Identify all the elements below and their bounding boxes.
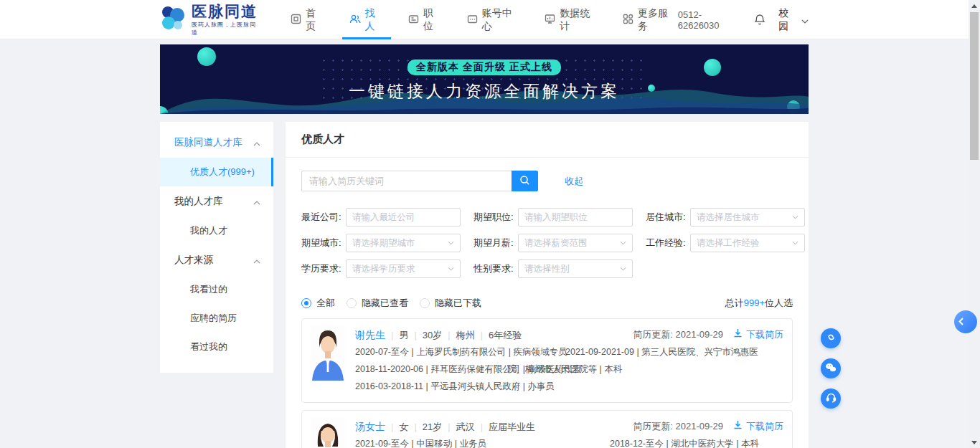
chevron-up-icon xyxy=(253,255,260,266)
radio-hide-viewed[interactable]: 隐藏已查看 xyxy=(347,297,408,310)
sidebar-group-label: 医脉同道人才库 xyxy=(174,136,242,149)
candidate-experience: 应届毕业生 xyxy=(475,421,535,432)
collapse-link[interactable]: 收起 xyxy=(565,175,583,188)
residence-city-select[interactable]: 请选择居住城市 xyxy=(690,208,805,227)
hero-banner: 全新版本 全面升级 正式上线 一键链接人力资源全面解决方案 xyxy=(160,44,809,114)
radio-label: 隐藏已下载 xyxy=(435,297,481,310)
nav-label: 数据统计 xyxy=(560,7,598,33)
filter-label: 期望职位: xyxy=(473,211,518,224)
logo[interactable]: 医脉同道 医药人脉圈，上医脉同道 xyxy=(160,4,260,37)
resume-update: 简历更新: 2021-09-29 xyxy=(633,418,723,435)
sidebar-item-label: 应聘的简历 xyxy=(190,313,237,323)
home-icon xyxy=(291,14,301,27)
banner-badge: 全新版本 全面升级 正式上线 xyxy=(407,59,561,75)
expected-city-select[interactable]: 请选择期望城市 xyxy=(346,234,461,252)
nav-label: 账号中心 xyxy=(482,7,521,33)
sidebar-group-label: 人才来源 xyxy=(174,254,213,267)
filter-label: 最近公司: xyxy=(301,211,346,224)
filter-expected-salary: 期望月薪: 请选择薪资范围 xyxy=(473,234,646,252)
filter-expected-position: 期望职位: xyxy=(473,208,646,227)
candidate-name[interactable]: 谢先生 xyxy=(355,329,385,340)
nav-item-more-services[interactable]: 更多服务 xyxy=(621,0,678,39)
page-scrollbar[interactable] xyxy=(969,0,980,448)
visibility-filter-row: 全部 隐藏已查看 隐藏已下载 总计999+位人选 xyxy=(301,297,793,310)
customer-service-button[interactable] xyxy=(821,389,841,409)
stats-icon xyxy=(545,14,555,27)
mini-program-button[interactable] xyxy=(821,328,841,348)
download-resume-button[interactable]: 下载简历 xyxy=(733,326,783,343)
chevron-down-icon xyxy=(448,267,454,271)
download-icon xyxy=(733,326,743,343)
sidebar-item-quality-talent[interactable]: 优质人才(999+) xyxy=(160,158,273,186)
radio-all[interactable]: 全部 xyxy=(301,297,335,310)
filter-recent-company: 最近公司: xyxy=(301,208,473,227)
nav-item-home[interactable]: 首页 xyxy=(289,0,326,39)
filter-label: 工作经验: xyxy=(646,237,690,249)
chevron-up-icon xyxy=(253,196,260,207)
campus-label: 校园 xyxy=(778,7,798,33)
bell-icon[interactable] xyxy=(754,14,765,26)
scrollbar-thumb[interactable] xyxy=(970,12,979,160)
scroll-down-button[interactable] xyxy=(969,437,980,448)
top-navbar: 医脉同道 医药人脉圈，上医脉同道 首页 找人 职位 账号中心 xyxy=(0,0,969,39)
work-experience-select[interactable]: 请选择工作经验 xyxy=(690,234,805,252)
banner-title: 一键链接人力资源全面解决方案 xyxy=(349,80,620,103)
filter-residence-city: 居住城市: 请选择居住城市 xyxy=(646,208,805,227)
sidebar-group-yimai-talent-pool[interactable]: 医脉同道人才库 xyxy=(160,128,273,158)
experience-line: 2018-11-2020-06 | 拜耳医药保健有限公司 | 高级医药代表 院、… xyxy=(355,361,783,378)
chevron-down-icon xyxy=(620,267,626,271)
candidate-city: 武汉 xyxy=(442,421,474,432)
experience-line: 2021-09-至今 | 中国移动 | 业务员 2018-12-至今 | 湖北中… xyxy=(355,435,783,448)
recent-company-input[interactable] xyxy=(352,212,454,222)
download-resume-button[interactable]: 下载简历 xyxy=(733,418,783,435)
nav-item-account-center[interactable]: 账号中心 xyxy=(466,0,522,39)
sidebar-item-viewed-me[interactable]: 看过我的 xyxy=(160,333,273,361)
search-icon xyxy=(519,175,530,188)
search-button[interactable] xyxy=(512,171,538,191)
find-people-icon xyxy=(349,14,361,27)
filter-expected-city: 期望城市: 请选择期望城市 xyxy=(301,234,473,252)
filter-label: 期望月薪: xyxy=(473,237,518,249)
sidebar-item-label: 我看过的 xyxy=(190,284,227,295)
radio-icon xyxy=(301,298,311,308)
page-title: 优质人才 xyxy=(286,122,809,157)
filter-label: 期望城市: xyxy=(301,237,346,249)
contact-phone: 0512-62626030 xyxy=(678,9,742,31)
female-avatar xyxy=(311,418,345,448)
radio-hide-downloaded[interactable]: 隐藏已下载 xyxy=(420,297,481,310)
sidebar: 医脉同道人才库 优质人才(999+) 我的人才库 我的人才 人才来源 我看过的 … xyxy=(160,122,273,373)
logo-tagline: 医药人脉圈，上医脉同道 xyxy=(192,21,260,37)
chevron-down-icon xyxy=(792,215,798,219)
filter-label: 性别要求: xyxy=(473,262,518,275)
sidebar-item-label: 我的人才 xyxy=(190,225,227,236)
expected-position-input[interactable] xyxy=(524,212,626,222)
education-select[interactable]: 请选择学历要求 xyxy=(346,259,461,278)
account-icon xyxy=(467,14,478,27)
campus-dropdown[interactable]: 校园 xyxy=(778,7,809,33)
sidebar-item-my-talent[interactable]: 我的人才 xyxy=(160,216,273,245)
sidebar-group-my-talent-pool[interactable]: 我的人才库 xyxy=(160,186,273,216)
candidate-gender: 男 xyxy=(385,330,408,340)
sidebar-group-talent-source[interactable]: 人才来源 xyxy=(160,245,273,275)
filter-education: 学历要求: 请选择学历要求 xyxy=(301,259,473,278)
nav-item-find-people[interactable]: 找人 xyxy=(348,0,386,39)
search-input[interactable] xyxy=(301,171,512,191)
gender-select[interactable]: 请选择性别 xyxy=(518,259,633,278)
total-count: 总计999+位人选 xyxy=(725,297,793,310)
wechat-button[interactable] xyxy=(821,358,841,378)
male-avatar xyxy=(311,326,345,381)
candidate-name[interactable]: 汤女士 xyxy=(355,421,385,432)
sidebar-item-viewed-by-me[interactable]: 我看过的 xyxy=(160,275,273,304)
nav-item-data-stats[interactable]: 数据统计 xyxy=(543,0,600,39)
nav-item-jobs[interactable]: 职位 xyxy=(407,0,444,39)
experience-line: 2020-07-至今 | 上海罗氏制药有限公司 | 疾病领域专员 2021-09… xyxy=(355,343,783,361)
chevron-down-icon xyxy=(620,241,626,245)
filter-label: 居住城市: xyxy=(646,211,690,224)
sidebar-item-applied-resumes[interactable]: 应聘的简历 xyxy=(160,304,273,333)
radio-icon xyxy=(347,298,357,308)
expected-salary-select[interactable]: 请选择薪资范围 xyxy=(518,234,633,252)
scroll-up-button[interactable] xyxy=(969,0,980,11)
collapse-side-tab[interactable] xyxy=(954,310,977,333)
candidate-card: 汤女士女21岁武汉应届毕业生 简历更新: 2021-09-29 下载简历 202… xyxy=(301,410,793,448)
candidate-age: 30岁 xyxy=(408,330,442,340)
